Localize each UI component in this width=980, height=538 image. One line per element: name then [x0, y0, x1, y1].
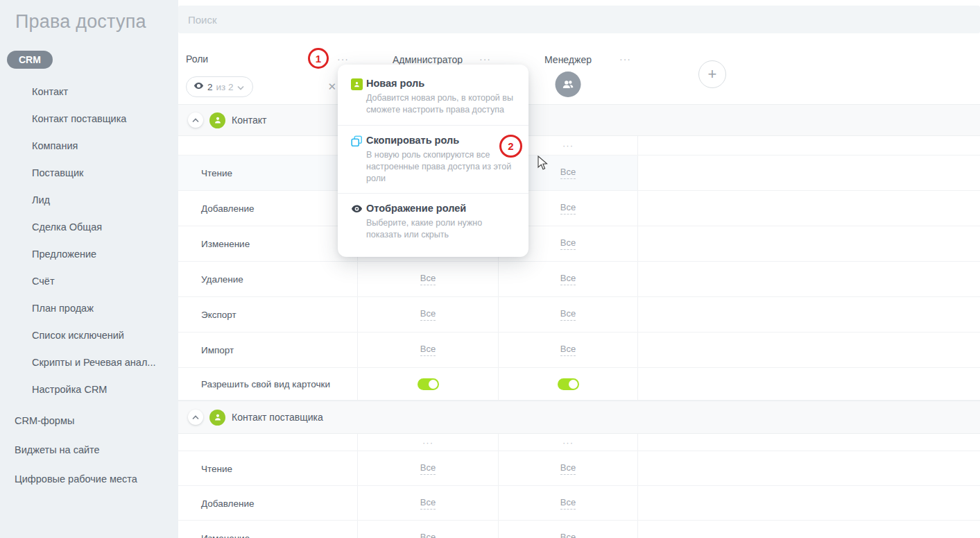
- sidebar-item-contact[interactable]: Контакт: [0, 78, 178, 106]
- section-header-contact[interactable]: Контакт: [178, 104, 980, 136]
- admin-toggle-on[interactable]: [418, 378, 439, 390]
- menu-item-copy-role[interactable]: Скопировать роль В новую роль скопируютс…: [338, 125, 528, 194]
- sidebar-crm-nav: Контакт Контакт поставщика Компания Пост…: [0, 78, 178, 403]
- manager-toggle-on[interactable]: [558, 378, 579, 390]
- sidebar-item-site-widgets[interactable]: Виджеты на сайте: [0, 435, 178, 464]
- main-content: Роли ··· 2 из 2 ✕ Администратор ···: [178, 0, 980, 538]
- admin-column-title: Администратор: [357, 54, 498, 65]
- menu-item-show-roles[interactable]: Отображение ролей Выберите, какие роли н…: [338, 193, 528, 250]
- table-row: Чтение Все Все: [178, 155, 980, 191]
- permission-label: Экспорт: [201, 310, 237, 320]
- person-icon: [209, 112, 225, 128]
- sidebar: Права доступа CRM Контакт Контакт постав…: [0, 0, 178, 538]
- close-icon[interactable]: ✕: [327, 81, 336, 93]
- roles-column-title: Роли: [186, 53, 208, 65]
- table-row: Импорт Все Все: [178, 333, 980, 368]
- manager-permission-value[interactable]: Все: [560, 167, 576, 179]
- admin-permission-value[interactable]: Все: [420, 462, 436, 475]
- sidebar-item-invoice[interactable]: Счёт: [0, 268, 178, 295]
- chevron-up-icon[interactable]: [188, 410, 203, 425]
- menu-item-desc: Добавится новая роль, в которой вы сможе…: [366, 92, 513, 116]
- admin-permission-value[interactable]: Все: [420, 308, 436, 321]
- manager-cell-more-icon[interactable]: ···: [562, 437, 574, 448]
- sidebar-item-scripts[interactable]: Скрипты и Речевая анал...: [0, 349, 178, 376]
- copy-role-icon: [351, 135, 363, 147]
- manager-avatar[interactable]: [556, 72, 581, 97]
- search-input[interactable]: [178, 6, 980, 33]
- annotation-step-1: 1: [308, 48, 329, 69]
- manager-cell-more-icon[interactable]: ···: [562, 140, 574, 151]
- access-rights-table: Роли ··· 2 из 2 ✕ Администратор ···: [178, 44, 980, 538]
- permission-label: Импорт: [201, 345, 234, 355]
- sidebar-item-digital-workplaces[interactable]: Цифровые рабочие места: [0, 464, 178, 494]
- roles-context-menu: Новая роль Добавится новая роль, в котор…: [338, 65, 528, 257]
- admin-permission-value[interactable]: Все: [420, 344, 436, 356]
- sidebar-item-quote[interactable]: Предложение: [0, 241, 178, 268]
- sidebar-item-lead[interactable]: Лид: [0, 187, 178, 214]
- annotation-step-2: 2: [499, 135, 522, 158]
- table-row: Экспорт Все Все: [178, 297, 980, 333]
- table-header-row: Роли ··· 2 из 2 ✕ Администратор ···: [178, 44, 980, 104]
- plus-icon: +: [708, 65, 717, 83]
- manager-permission-value[interactable]: Все: [560, 273, 576, 285]
- sidebar-item-supplier-contact[interactable]: Контакт поставщика: [0, 106, 178, 133]
- page-title: Права доступа: [0, 0, 178, 33]
- sidebar-item-supplier[interactable]: Поставщик: [0, 160, 178, 187]
- table-row: Добавление Все Все: [178, 191, 980, 226]
- section-title: Контакт поставщика: [232, 412, 323, 423]
- manager-permission-value[interactable]: Все: [560, 344, 576, 356]
- manager-permission-value[interactable]: Все: [560, 308, 576, 321]
- manager-permission-value[interactable]: Все: [560, 202, 576, 215]
- menu-item-title: Новая роль: [366, 78, 513, 89]
- admin-cell-more-icon[interactable]: ···: [422, 437, 433, 448]
- table-row: Добавление Все Все: [178, 486, 980, 521]
- manager-more-icon[interactable]: ···: [619, 53, 631, 65]
- menu-item-title: Отображение ролей: [366, 203, 513, 214]
- sidebar-item-company[interactable]: Компания: [0, 133, 178, 160]
- admin-permission-value[interactable]: Все: [420, 273, 436, 285]
- role-actions-row: ··· ···: [178, 434, 980, 451]
- mouse-cursor: [538, 155, 549, 174]
- sidebar-item-crm-settings[interactable]: Настройка CRM: [0, 376, 178, 403]
- manager-permission-value[interactable]: Все: [560, 532, 576, 538]
- eye-icon: [351, 203, 363, 215]
- permission-label: Изменение: [201, 239, 250, 249]
- roles-more-icon[interactable]: ···: [337, 53, 349, 65]
- menu-item-title: Скопировать роль: [366, 135, 513, 146]
- permission-label: Удаление: [201, 274, 243, 285]
- chevron-up-icon[interactable]: [188, 112, 203, 128]
- admin-more-icon[interactable]: ···: [479, 53, 491, 65]
- table-row: Изменение Все Все: [178, 226, 980, 262]
- permission-label: Добавление: [201, 203, 255, 214]
- admin-permission-value[interactable]: Все: [420, 532, 436, 538]
- table-row: Изменение Все Все: [178, 521, 980, 538]
- menu-item-new-role[interactable]: Новая роль Добавится новая роль, в котор…: [338, 69, 528, 125]
- manager-permission-value[interactable]: Все: [560, 237, 576, 250]
- manager-permission-value[interactable]: Все: [560, 462, 576, 475]
- permission-label: Чтение: [201, 168, 232, 178]
- filter-count: 2: [207, 82, 213, 92]
- roles-filter-chip[interactable]: 2 из 2: [186, 76, 253, 97]
- permission-label: Изменение: [201, 532, 250, 538]
- manager-permission-value[interactable]: Все: [560, 497, 576, 510]
- add-role-button[interactable]: +: [698, 60, 726, 88]
- table-row: Чтение Все Все: [178, 451, 980, 486]
- crm-section-badge[interactable]: CRM: [7, 51, 53, 69]
- sidebar-item-exclusion-list[interactable]: Список исключений: [0, 322, 178, 349]
- admin-permission-value[interactable]: Все: [420, 497, 436, 510]
- manager-column-title: Менеджер: [498, 54, 638, 65]
- sidebar-item-deal[interactable]: Сделка Общая: [0, 214, 178, 241]
- menu-item-desc: Выберите, какие роли нужно показать или …: [366, 217, 513, 241]
- menu-item-desc: В новую роль скопируются все настроенные…: [366, 149, 513, 185]
- filter-suffix: из 2: [216, 82, 234, 92]
- sidebar-item-sales-plan[interactable]: План продаж: [0, 295, 178, 322]
- chevron-down-icon: [237, 81, 244, 93]
- role-actions-row: ··· ···: [178, 136, 980, 155]
- permission-label: Разрешить свой вид карточки: [201, 379, 330, 389]
- table-row: Разрешить свой вид карточки: [178, 368, 980, 401]
- new-role-icon: [351, 78, 363, 90]
- eye-icon: [194, 81, 204, 94]
- sidebar-item-crm-forms[interactable]: CRM-формы: [0, 406, 178, 435]
- person-icon: [209, 410, 225, 426]
- section-header-supplier-contact[interactable]: Контакт поставщика: [178, 401, 980, 434]
